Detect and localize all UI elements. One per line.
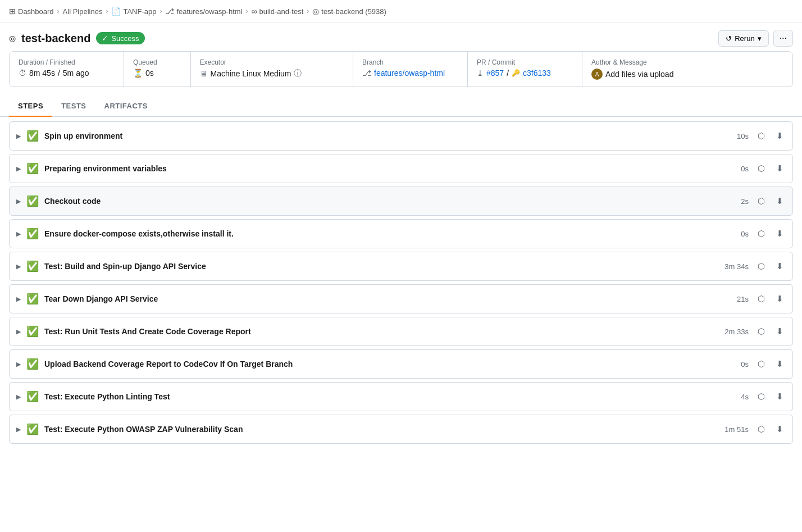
branch-link[interactable]: features/owasp-html bbox=[374, 69, 445, 78]
info-pr-commit: PR / Commit ⤓ #857 / 🔑 c3f6133 bbox=[468, 52, 582, 87]
project-icon: 📄 bbox=[111, 7, 121, 16]
breadcrumb-workflow[interactable]: ∞ build-and-test bbox=[252, 7, 304, 16]
grid-icon: ⊞ bbox=[9, 7, 16, 16]
info-author: Author & Message A Add files via upload bbox=[582, 52, 792, 87]
step-download-icon[interactable]: ⬇ bbox=[774, 228, 786, 240]
avatar: A bbox=[591, 69, 603, 80]
step-row[interactable]: ▶ ✅ Ensure docker-compose exists,otherwi… bbox=[9, 219, 793, 248]
step-left: ▶ ✅ Checkout code bbox=[16, 195, 101, 207]
job-icon: ◎ bbox=[312, 7, 319, 16]
step-success-icon: ✅ bbox=[26, 390, 39, 403]
tab-tests[interactable]: TESTS bbox=[52, 96, 95, 117]
step-name: Spin up environment bbox=[44, 131, 122, 140]
step-open-icon[interactable]: ⬡ bbox=[755, 325, 767, 338]
step-duration: 21s bbox=[721, 295, 749, 303]
step-open-icon[interactable]: ⬡ bbox=[755, 228, 767, 240]
step-download-icon[interactable]: ⬇ bbox=[774, 162, 786, 175]
step-download-icon[interactable]: ⬇ bbox=[774, 260, 786, 272]
queued-value: ⏳ 0s bbox=[133, 69, 181, 78]
duration-label: Duration / Finished bbox=[19, 58, 115, 66]
step-open-icon[interactable]: ⬡ bbox=[755, 293, 767, 305]
breadcrumb-sep-1: › bbox=[106, 7, 108, 15]
step-row[interactable]: ▶ ✅ Test: Run Unit Tests And Create Code… bbox=[9, 317, 793, 346]
executor-label: Executor bbox=[200, 58, 344, 66]
step-open-icon[interactable]: ⬡ bbox=[755, 130, 767, 142]
step-row[interactable]: ▶ ✅ Tear Down Django API Service 21s ⬡ ⬇ bbox=[9, 284, 793, 313]
more-button[interactable]: ··· bbox=[773, 30, 793, 47]
breadcrumb-workflow-link[interactable]: build-and-test bbox=[259, 7, 303, 16]
step-duration: 2s bbox=[721, 197, 749, 206]
step-right: 3m 34s ⬡ ⬇ bbox=[721, 260, 786, 272]
info-circle-icon[interactable]: ⓘ bbox=[294, 69, 302, 79]
step-success-icon: ✅ bbox=[26, 195, 39, 207]
breadcrumb-branch[interactable]: ⎇ features/owasp-html bbox=[165, 7, 242, 16]
step-expand-icon: ▶ bbox=[16, 198, 21, 205]
status-label: Success bbox=[111, 34, 139, 43]
step-download-icon[interactable]: ⬇ bbox=[774, 423, 786, 435]
info-branch: Branch ⎇ features/owasp-html bbox=[353, 52, 468, 87]
step-row[interactable]: ▶ ✅ Test: Build and Spin-up Django API S… bbox=[9, 252, 793, 281]
author-message: Add files via upload bbox=[605, 70, 673, 79]
duration-value: ⏱ 8m 45s / 5m ago bbox=[19, 69, 115, 78]
tab-artifacts[interactable]: ARTIFACTS bbox=[95, 96, 157, 117]
step-name: Checkout code bbox=[44, 197, 101, 206]
breadcrumb-dashboard-link[interactable]: Dashboard bbox=[18, 7, 54, 16]
step-name: Test: Build and Spin-up Django API Servi… bbox=[44, 262, 206, 271]
tab-steps[interactable]: STEPS bbox=[9, 96, 52, 117]
success-check-icon: ✓ bbox=[102, 34, 108, 43]
step-download-icon[interactable]: ⬇ bbox=[774, 130, 786, 142]
commit-key-icon: 🔑 bbox=[512, 69, 520, 77]
step-row[interactable]: ▶ ✅ Spin up environment 10s ⬡ ⬇ bbox=[9, 121, 793, 151]
branch-tree-icon: ⎇ bbox=[362, 69, 371, 78]
step-download-icon[interactable]: ⬇ bbox=[774, 358, 786, 370]
commit-link[interactable]: c3f6133 bbox=[523, 69, 551, 78]
breadcrumb-all-pipelines-link[interactable]: All Pipelines bbox=[63, 7, 103, 16]
author-label: Author & Message bbox=[591, 58, 783, 66]
page-header: ◎ test-backend ✓ Success ↺ Rerun ▾ ··· bbox=[0, 23, 802, 51]
step-download-icon[interactable]: ⬇ bbox=[774, 293, 786, 305]
step-left: ▶ ✅ Test: Execute Python Linting Test bbox=[16, 390, 170, 403]
breadcrumb-project-link[interactable]: TANF-app bbox=[123, 7, 156, 16]
breadcrumb-project[interactable]: 📄 TANF-app bbox=[111, 7, 156, 16]
step-name: Tear Down Django API Service bbox=[44, 294, 158, 303]
step-left: ▶ ✅ Ensure docker-compose exists,otherwi… bbox=[16, 228, 234, 240]
step-expand-icon: ▶ bbox=[16, 263, 21, 270]
step-name: Test: Execute Python OWASP ZAP Vulnerabi… bbox=[44, 425, 243, 434]
step-duration: 2m 33s bbox=[721, 328, 749, 336]
step-expand-icon: ▶ bbox=[16, 426, 21, 433]
tabs: STEPS TESTS ARTIFACTS bbox=[0, 96, 802, 117]
step-right: 21s ⬡ ⬇ bbox=[721, 293, 786, 305]
rerun-icon: ↺ bbox=[726, 34, 732, 43]
step-row[interactable]: ▶ ✅ Test: Execute Python Linting Test 4s… bbox=[9, 382, 793, 411]
breadcrumb-branch-link[interactable]: features/owasp-html bbox=[176, 7, 242, 16]
pr-commit-value: ⤓ #857 / 🔑 c3f6133 bbox=[477, 69, 573, 78]
step-right: 2m 33s ⬡ ⬇ bbox=[721, 325, 786, 338]
step-row[interactable]: ▶ ✅ Checkout code 2s ⬡ ⬇ bbox=[9, 187, 793, 216]
pr-link[interactable]: #857 bbox=[486, 69, 504, 78]
step-success-icon: ✅ bbox=[26, 130, 39, 142]
step-download-icon[interactable]: ⬇ bbox=[774, 390, 786, 403]
step-open-icon[interactable]: ⬡ bbox=[755, 162, 767, 175]
step-download-icon[interactable]: ⬇ bbox=[774, 325, 786, 338]
step-open-icon[interactable]: ⬡ bbox=[755, 390, 767, 403]
step-row[interactable]: ▶ ✅ Upload Backend Coverage Report to Co… bbox=[9, 349, 793, 379]
pr-commit-label: PR / Commit bbox=[477, 58, 573, 66]
step-open-icon[interactable]: ⬡ bbox=[755, 358, 767, 370]
step-open-icon[interactable]: ⬡ bbox=[755, 260, 767, 272]
finished-text: 5m ago bbox=[63, 69, 89, 78]
step-row[interactable]: ▶ ✅ Test: Execute Python OWASP ZAP Vulne… bbox=[9, 415, 793, 444]
step-expand-icon: ▶ bbox=[16, 328, 21, 335]
step-download-icon[interactable]: ⬇ bbox=[774, 195, 786, 207]
step-open-icon[interactable]: ⬡ bbox=[755, 423, 767, 435]
breadcrumb-dashboard[interactable]: ⊞ Dashboard bbox=[9, 7, 54, 16]
step-row[interactable]: ▶ ✅ Preparing environment variables 0s ⬡… bbox=[9, 154, 793, 183]
breadcrumb-all-pipelines[interactable]: All Pipelines bbox=[63, 7, 103, 16]
step-open-icon[interactable]: ⬡ bbox=[755, 195, 767, 207]
info-executor: Executor 🖥 Machine Linux Medium ⓘ bbox=[191, 52, 354, 87]
step-left: ▶ ✅ Tear Down Django API Service bbox=[16, 293, 158, 305]
rerun-button[interactable]: ↺ Rerun ▾ bbox=[718, 30, 768, 47]
step-success-icon: ✅ bbox=[26, 423, 39, 435]
page-title-area: ◎ test-backend ✓ Success bbox=[9, 32, 145, 45]
step-expand-icon: ▶ bbox=[16, 295, 21, 303]
executor-text: Machine Linux Medium bbox=[211, 69, 291, 78]
